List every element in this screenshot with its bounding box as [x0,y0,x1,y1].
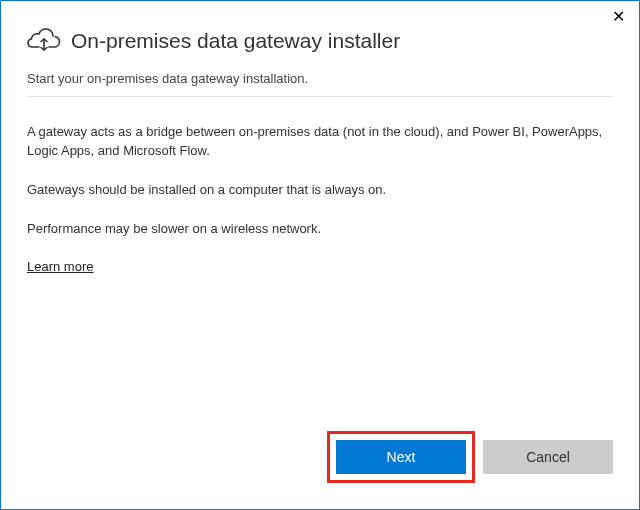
learn-more-link[interactable]: Learn more [27,258,93,277]
dialog-subtitle: Start your on-premises data gateway inst… [27,71,613,86]
next-button[interactable]: Next [336,440,466,474]
dialog-footer: Next Cancel [327,431,613,483]
close-button[interactable]: ✕ [606,5,631,29]
dialog-body: A gateway acts as a bridge between on-pr… [1,97,639,277]
subtitle-section: Start your on-premises data gateway inst… [27,65,613,97]
dialog-header: On-premises data gateway installer [1,1,639,65]
cancel-button[interactable]: Cancel [483,440,613,474]
close-icon: ✕ [612,8,625,25]
cloud-gateway-icon [27,25,61,57]
annotation-highlight: Next [327,431,475,483]
body-paragraph: A gateway acts as a bridge between on-pr… [27,123,613,161]
dialog-title: On-premises data gateway installer [71,28,400,53]
body-paragraph: Performance may be slower on a wireless … [27,220,613,239]
body-paragraph: Gateways should be installed on a comput… [27,181,613,200]
